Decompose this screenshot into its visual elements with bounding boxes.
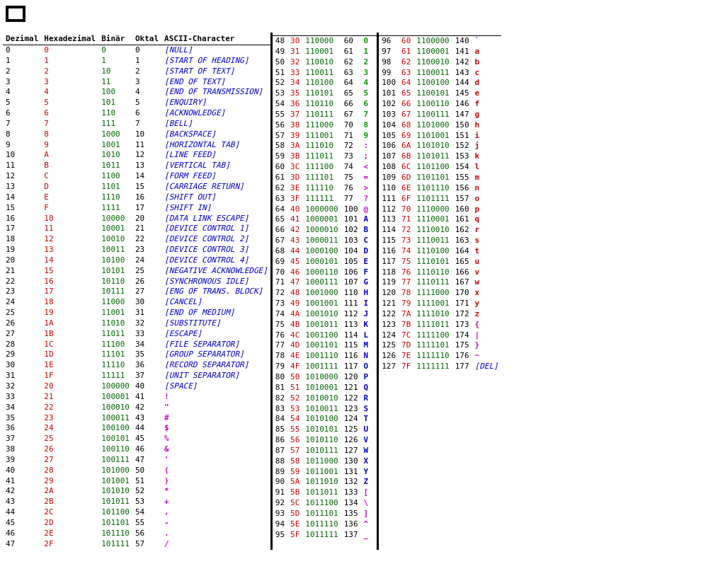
cell-bin: 100100 — [98, 423, 132, 434]
cell-hex: 1F — [41, 371, 98, 381]
cell-dezimal: 69 — [273, 257, 287, 267]
cell-hex: 2C — [41, 507, 98, 518]
cell-ascii: [HORIZONTAL TAB] — [161, 140, 270, 151]
table-row: 23171011127[ENG OF TRANS. BLOCK] — [3, 287, 270, 297]
cell-dezimal: 13 — [3, 182, 41, 192]
table-row: 1237B1111011173{ — [379, 320, 501, 330]
cell-bin: 10100 — [98, 255, 132, 266]
cell-hex: 1D — [41, 350, 98, 360]
cell-hex: 2F — [41, 539, 98, 550]
cell-dezimal: 82 — [273, 393, 287, 404]
table-row: 33113[END OF TEXT] — [3, 77, 270, 88]
cell-oktal: 116 — [341, 351, 361, 362]
cell-dezimal: 114 — [379, 225, 399, 236]
table-row: 603C11110074< — [273, 162, 377, 173]
table-row: 73491001001111I — [273, 299, 377, 309]
cell-bin: 11110 — [98, 360, 132, 371]
cell-oktal: 36 — [132, 360, 161, 371]
cell-bin: 10000 — [98, 214, 132, 224]
cell-bin: 10010 — [98, 234, 132, 245]
cell-hex: 77 — [399, 277, 413, 288]
cell-ascii: [END OF TRANSMISSION] — [161, 87, 270, 98]
cell-char: 9 — [361, 131, 372, 142]
cell-bin: 111101 — [302, 173, 341, 183]
cell-oktal: 150 — [452, 120, 472, 131]
cell-ascii: [LINE FEED] — [161, 150, 270, 161]
cell-hex: 20 — [41, 381, 98, 392]
table-row: 114721110010162r — [379, 225, 501, 236]
cell-oktal: 43 — [132, 413, 161, 424]
cell-char: V — [361, 435, 372, 446]
table-row: 1066A1101010152j — [379, 141, 501, 151]
table-row: 86561010110126V — [273, 435, 377, 446]
cell-hex: 24 — [41, 423, 98, 434]
cell-dezimal: 77 — [273, 340, 287, 351]
cell-ascii: [SUBSTITUTE] — [161, 318, 270, 329]
cell-bin: 10101 — [98, 266, 132, 277]
cell-bin: 1000110 — [302, 267, 341, 278]
cell-oktal: 23 — [132, 245, 161, 255]
cell-bin: 1001011 — [302, 320, 341, 330]
cell-hex: 65 — [399, 88, 413, 99]
cell-hex: 64 — [399, 78, 413, 88]
cell-oktal: 32 — [132, 318, 161, 329]
cell-hex: 3E — [287, 183, 302, 194]
cell-ascii: [NULL] — [161, 45, 270, 56]
cell-hex: 36 — [287, 99, 302, 110]
cell-ascii: [ESCAPE] — [161, 329, 270, 340]
table-row: 68441000100104D — [273, 246, 377, 257]
cell-oktal: 154 — [452, 162, 472, 173]
table-row: 19131001123[DEVICE CONTROL 3] — [3, 245, 270, 255]
cell-hex: 33 — [287, 68, 302, 79]
cell-dezimal: 6 — [3, 108, 41, 119]
title-block — [0, 0, 725, 30]
cell-dezimal: 107 — [379, 151, 399, 162]
cell-oktal: 27 — [132, 287, 161, 297]
cell-bin: 1000100 — [302, 246, 341, 257]
cell-oktal: 132 — [341, 477, 361, 488]
table-row: 301E1111036[RECORD SEPARATOR] — [3, 360, 270, 371]
cell-oktal: 105 — [341, 257, 361, 267]
cell-char: p — [472, 204, 501, 215]
cell-dezimal: 102 — [379, 99, 399, 110]
table-row: 332110000141! — [3, 392, 270, 403]
cell-dezimal: 51 — [273, 68, 287, 79]
cell-oktal: 123 — [341, 404, 361, 415]
table-row: 771117[BELL] — [3, 119, 270, 129]
cell-oktal: 122 — [341, 393, 361, 404]
cell-hex: A — [41, 150, 98, 161]
cell-char: S — [361, 404, 372, 415]
table-row: 1106E1101110156n — [379, 183, 501, 194]
cell-bin: 101111 — [98, 539, 132, 550]
cell-bin: 1010111 — [302, 446, 341, 456]
cell-dezimal: 3 — [3, 77, 41, 88]
cell-ascii: [SHIFT OUT] — [161, 192, 270, 203]
cell-char: U — [361, 425, 372, 435]
cell-bin: 1010010 — [302, 393, 341, 404]
cell-hex: 23 — [41, 413, 98, 424]
table-section-2: 4830110000600493111000161150321100106225… — [273, 33, 377, 550]
cell-char: 6 — [361, 99, 372, 110]
cell-char: X — [361, 456, 372, 467]
table-body-2: 4830110000600493111000161150321100106225… — [273, 36, 377, 541]
cell-oktal: 134 — [341, 498, 361, 509]
cell-ascii: [ACKNOWLEDGE] — [161, 108, 270, 119]
cell-hex: 30 — [287, 36, 302, 47]
table-row: 22161011026[SYNCHRONOUS IDLE] — [3, 277, 270, 287]
cell-bin: 1001111 — [302, 362, 341, 372]
cell-oktal: 53 — [132, 497, 161, 507]
cell-bin: 101 — [98, 98, 132, 108]
cell-dezimal: 84 — [273, 414, 287, 425]
cell-dezimal: 79 — [273, 362, 287, 372]
cell-bin: 1011111 — [302, 530, 341, 541]
table-row: 362410010044$ — [3, 423, 270, 434]
cell-dezimal: 71 — [273, 277, 287, 288]
cell-char: = — [361, 173, 372, 183]
cell-char: 1 — [361, 47, 372, 57]
table-row: 452D10110155- — [3, 518, 270, 529]
cell-bin: 1000 — [98, 129, 132, 140]
cell-ascii: [GROUP SEPARATOR] — [161, 350, 270, 360]
cell-char: Q — [361, 383, 372, 393]
cell-dezimal: 90 — [273, 477, 287, 488]
cell-oktal: 75 — [341, 173, 361, 183]
